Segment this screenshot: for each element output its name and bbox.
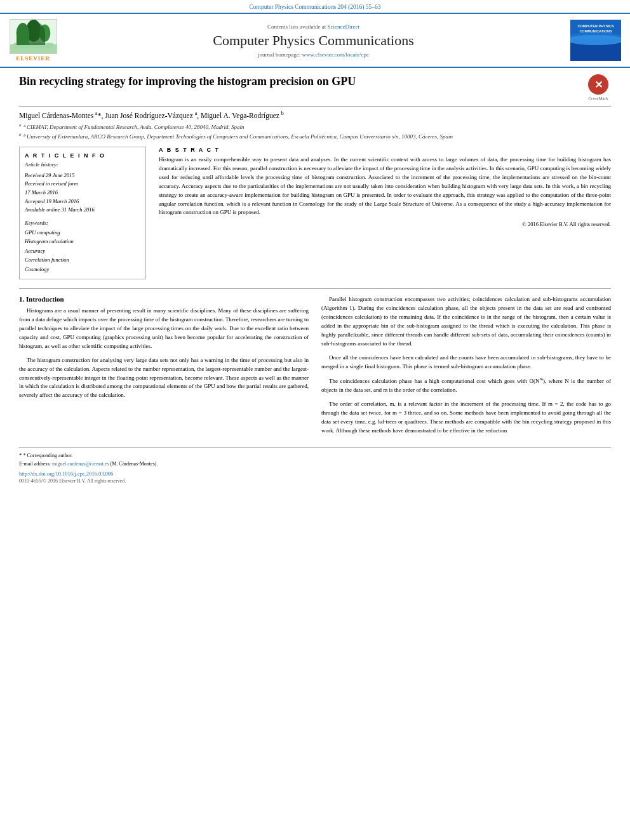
article-info-header: A R T I C L E I N F O <box>25 152 140 159</box>
contents-line: Contents lists available at ScienceDirec… <box>65 23 562 30</box>
intro-title: 1. Introduction <box>19 295 309 303</box>
intro-right-paragraph-2: Once all the coincidences have been calc… <box>321 354 611 371</box>
intro-paragraph-2: The histogram construction for analysing… <box>19 356 309 401</box>
doi-link[interactable]: http://dx.doi.org/10.1016/j.cpc.2016.03.… <box>19 470 113 477</box>
svg-point-1 <box>16 23 28 43</box>
footnote-corresponding: * * Corresponding author. <box>19 451 611 460</box>
intro-right-paragraph-3: The coincidences calculation phase has a… <box>321 376 611 395</box>
corresponding-label: * Corresponding author. <box>23 453 73 458</box>
affiliations: a ᵃ CIEMAT, Department of Fundamental Re… <box>19 122 611 142</box>
sciencedirect-link[interactable]: ScienceDirect <box>328 23 359 30</box>
copyright-line: © 2016 Elsevier B.V. All rights reserved… <box>159 221 611 227</box>
keyword-1: GPU computing <box>25 228 140 237</box>
intro-right-paragraph-4: The order of correlation, m, is a releva… <box>321 400 611 436</box>
svg-text:COMMUNICATIONS: COMMUNICATIONS <box>579 29 612 33</box>
authors-line: Miguel Cárdenas-Montes a*, Juan José Rod… <box>19 110 611 119</box>
history-date-3: 17 March 2016 <box>25 189 140 197</box>
keywords-label: Keywords: <box>25 220 140 226</box>
two-column-section: A R T I C L E I N F O Article history: R… <box>19 147 611 279</box>
page-wrapper: Computer Physics Communications 204 (201… <box>0 0 630 493</box>
left-column: A R T I C L E I N F O Article history: R… <box>19 147 146 279</box>
issn-copyright: 0010-4655/© 2016 Elsevier B.V. All right… <box>19 478 611 484</box>
journal-header: ELSEVIER Contents lists available at Sci… <box>0 13 630 68</box>
affiliation-a: a ᵃ CIEMAT, Department of Fundamental Re… <box>19 122 611 132</box>
article-history-label: Article history: <box>25 161 140 168</box>
svg-point-3 <box>39 25 50 42</box>
elsevier-logo-img <box>10 19 57 54</box>
main-content: Bin recycling strategy for improving the… <box>0 68 630 493</box>
keyword-4: Correlation function <box>25 255 140 264</box>
article-title-section: Bin recycling strategy for improving the… <box>19 74 611 107</box>
history-date-2: Received in revised form <box>25 180 140 189</box>
history-date-5: Available online 31 March 2016 <box>25 206 140 215</box>
footnote-email: E-mail address: miguel.cardenas@ciemat.e… <box>19 460 611 468</box>
journal-title: Computer Physics Communications <box>65 32 562 49</box>
keyword-2: Histogram calculation <box>25 237 140 246</box>
keywords-list: GPU computing Histogram calculation Accu… <box>25 228 140 274</box>
doi-line: http://dx.doi.org/10.1016/j.cpc.2016.03.… <box>19 470 611 477</box>
keyword-5: Cosmology <box>25 265 140 274</box>
history-dates: Received 29 June 2015 Received in revise… <box>25 171 140 215</box>
abstract-header: A B S T R A C T <box>159 147 611 153</box>
svg-rect-5 <box>13 43 53 48</box>
affiliation-b: b ᵇ University of Extremadura, ARCO Rese… <box>19 131 611 142</box>
history-date-4: Accepted 19 March 2016 <box>25 197 140 206</box>
cpc-logo-img: COMPUTER PHYSICS COMMUNICATIONS <box>570 20 621 61</box>
crossmark-label: CrossMark <box>588 96 608 101</box>
history-date-1: Received 29 June 2015 <box>25 171 140 180</box>
svg-text:COMPUTER PHYSICS: COMPUTER PHYSICS <box>577 24 613 28</box>
abstract-text: Histogram is an easily comprehensible wa… <box>159 156 611 218</box>
crossmark-icon[interactable] <box>588 74 608 95</box>
journal-reference: Computer Physics Communications 204 (201… <box>249 4 380 10</box>
keyword-3: Accuracy <box>25 246 140 255</box>
email-link[interactable]: miguel.cardenas@ciemat.es <box>52 461 109 467</box>
article-title: Bin recycling strategy for improving the… <box>19 74 579 89</box>
section-separator <box>19 288 611 289</box>
intro-right-paragraph-1: Parallel histogram construction encompas… <box>321 295 611 349</box>
email-label: E-mail address: <box>19 461 51 467</box>
journal-logo-right: COMPUTER PHYSICS COMMUNICATIONS <box>568 20 622 61</box>
homepage-line: journal homepage: www.elsevier.com/locat… <box>65 51 562 58</box>
journal-center: Contents lists available at ScienceDirec… <box>65 23 562 58</box>
intro-left-column: 1. Introduction Histograms are a usual m… <box>19 295 309 441</box>
svg-point-9 <box>570 35 621 45</box>
homepage-link[interactable]: www.elsevier.com/locate/cpc <box>302 51 369 58</box>
intro-paragraph-1: Histograms are a usual manner of present… <box>19 307 309 351</box>
intro-right-column: Parallel histogram construction encompas… <box>321 295 611 441</box>
email-extra: (M. Cárdenas-Montes). <box>111 461 158 467</box>
footer-section: * * Corresponding author. E-mail address… <box>19 447 611 484</box>
right-column: A B S T R A C T Histogram is an easily c… <box>159 147 611 279</box>
top-bar: Computer Physics Communications 204 (201… <box>0 0 630 13</box>
crossmark: CrossMark <box>586 74 611 101</box>
article-info-box: A R T I C L E I N F O Article history: R… <box>19 147 146 279</box>
authors-text: Miguel Cárdenas-Montes a*, Juan José Rod… <box>19 112 284 119</box>
elsevier-logo: ELSEVIER <box>8 19 58 62</box>
svg-point-2 <box>26 20 41 42</box>
intro-section: 1. Introduction Histograms are a usual m… <box>19 295 611 441</box>
elsevier-label: ELSEVIER <box>16 55 50 62</box>
